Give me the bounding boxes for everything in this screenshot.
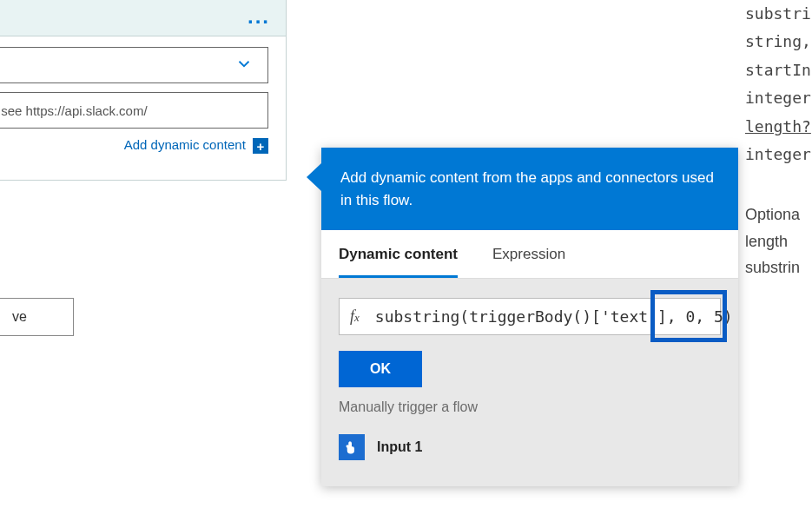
syntax-desc-line: substrin: [745, 254, 812, 281]
add-dynamic-content-link[interactable]: Add dynamic content +: [0, 137, 268, 154]
action-card-header: ···: [0, 0, 286, 36]
syntax-line: integer: [745, 141, 812, 168]
action-body: tting options, see https://api.slack.com…: [0, 36, 286, 180]
save-button[interactable]: ve: [0, 298, 74, 336]
syntax-hint-panel: substri string, startIn integer length? …: [745, 0, 812, 168]
dropdown-field[interactable]: [0, 47, 268, 83]
syntax-line: integer: [745, 84, 812, 112]
dynamic-content-item-label: Input 1: [377, 439, 422, 455]
action-card: ··· tting options, see https://api.slack…: [0, 0, 287, 181]
ok-button[interactable]: OK: [339, 351, 422, 387]
syntax-line: startIn: [745, 56, 812, 84]
tab-expression[interactable]: Expression: [492, 230, 565, 278]
syntax-line: length?: [745, 113, 812, 141]
fx-icon: fx: [350, 307, 360, 326]
syntax-description: Optiona length substrin: [745, 201, 812, 281]
syntax-line: string,: [745, 28, 812, 56]
dropdown-row: [0, 47, 268, 83]
flyout-header: Add dynamic content from the apps and co…: [321, 148, 738, 230]
text-input-field[interactable]: tting options, see https://api.slack.com…: [0, 92, 268, 129]
syntax-desc-line: length: [745, 228, 812, 255]
dynamic-content-flyout: Add dynamic content from the apps and co…: [321, 148, 738, 486]
text-input-row: tting options, see https://api.slack.com…: [0, 92, 268, 129]
text-input-placeholder: tting options, see https://api.slack.com…: [0, 103, 148, 118]
flyout-tabs: Dynamic content Expression: [321, 230, 738, 279]
syntax-line: substri: [745, 0, 812, 28]
flyout-callout-arrow: [307, 163, 321, 191]
syntax-desc-line: Optiona: [745, 201, 812, 228]
tab-dynamic-content[interactable]: Dynamic content: [339, 230, 458, 278]
touch-icon: [339, 434, 365, 460]
expression-text: substring(triggerBody()['text'], 0, 5): [375, 307, 733, 326]
trigger-section-title: Manually trigger a flow: [339, 399, 721, 415]
dynamic-content-item[interactable]: Input 1: [339, 427, 721, 467]
expression-input[interactable]: fx substring(triggerBody()['text'], 0, 5…: [339, 298, 721, 335]
save-button-label: ve: [12, 309, 27, 325]
plus-icon: +: [253, 138, 268, 154]
expression-area: fx substring(triggerBody()['text'], 0, 5…: [321, 279, 738, 486]
add-dynamic-content-label: Add dynamic content: [124, 137, 246, 152]
more-options-button[interactable]: ···: [248, 10, 270, 34]
chevron-down-icon: [234, 55, 254, 76]
